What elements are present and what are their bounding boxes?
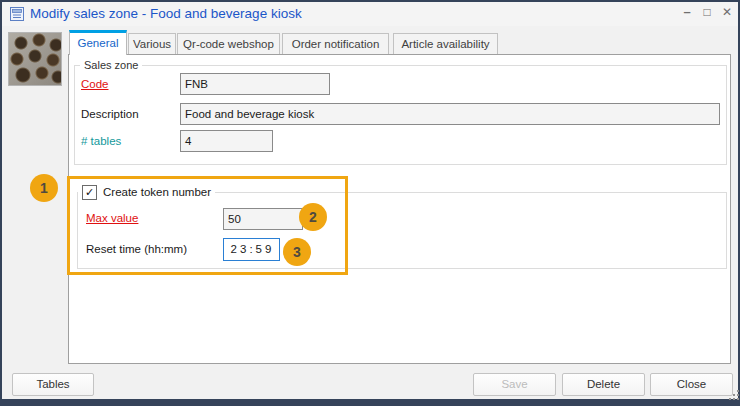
max-value-label: Max value [86,212,138,224]
window-title: Modify sales zone - Food and beverage ki… [30,6,302,21]
create-token-checkbox[interactable]: ✓ [82,185,97,200]
close-button[interactable]: Close [650,373,733,396]
tab-article-availability[interactable]: Article availability [393,33,498,54]
reset-time-label: Reset time (hh:mm) [86,243,187,255]
save-button[interactable]: Save [473,373,556,396]
resize-grip-icon[interactable] [729,390,739,400]
token-groupbox [77,192,727,269]
tables-button[interactable]: Tables [12,373,94,396]
tab-general[interactable]: General [69,30,127,55]
tab-qr-code-webshop[interactable]: Qr-code webshop [177,33,280,54]
sales-zone-photo [8,32,62,86]
token-legend: ✓ Create token number [78,185,215,199]
window-icon [10,7,24,21]
create-token-label: Create token number [103,186,211,198]
tab-various[interactable]: Various [128,33,176,54]
code-label: Code [81,78,109,90]
tables-count-label: # tables [81,135,121,147]
close-icon[interactable]: ✕ [719,3,735,21]
sales-zone-legend: Sales zone [80,59,142,71]
minimize-icon[interactable]: – [679,3,695,21]
reset-time-field[interactable]: 23:59 [223,238,280,261]
maximize-icon[interactable]: □ [699,3,715,21]
max-value-field[interactable]: 50 [223,208,303,230]
description-field[interactable]: Food and beverage kiosk [180,103,720,125]
description-label: Description [81,108,139,120]
window-bottom-border [0,399,740,406]
title-bar[interactable]: Modify sales zone - Food and beverage ki… [2,2,738,26]
delete-button[interactable]: Delete [562,373,645,396]
tab-order-notification[interactable]: Order notification [282,33,389,54]
code-field[interactable]: FNB [180,73,330,95]
tables-count-field[interactable]: 4 [180,130,273,152]
